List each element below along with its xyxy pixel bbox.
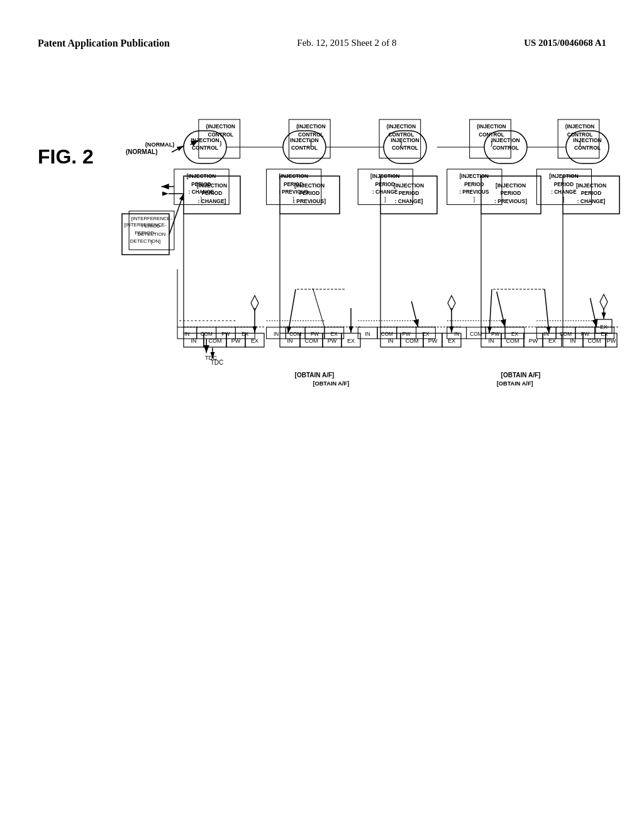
svg-text:[OBTAIN A/F]: [OBTAIN A/F] (501, 372, 541, 379)
svg-text:[INJECTION: [INJECTION (197, 182, 227, 189)
svg-line-112 (172, 146, 184, 152)
svg-text:: CHANGE]: : CHANGE] (198, 198, 226, 204)
publication-number: US 2015/0046068 A1 (524, 38, 606, 49)
svg-text:: PREVIOUS]: : PREVIOUS] (293, 198, 326, 204)
svg-text:[INTERFERENCE-: [INTERFERENCE- (124, 222, 166, 228)
svg-text:CONTROL: CONTROL (574, 145, 601, 151)
svg-text:COM: COM (406, 338, 419, 344)
svg-text:CONTROL: CONTROL (392, 145, 418, 151)
svg-text:DETECTION]: DETECTION] (130, 238, 160, 244)
svg-text:PERIOD-: PERIOD- (135, 230, 156, 236)
svg-text:[INJECTION: [INJECTION (394, 182, 424, 189)
svg-text:IN: IN (287, 338, 293, 344)
publication-date-sheet: Feb. 12, 2015 Sheet 2 of 8 (297, 38, 396, 49)
svg-text:[INJECTION: [INJECTION (294, 182, 325, 189)
svg-text:INJECTION: INJECTION (290, 137, 318, 143)
page-header: Patent Application Publication Feb. 12, … (0, 38, 644, 49)
svg-text:PERIOD: PERIOD (581, 190, 602, 196)
svg-text:PERIOD: PERIOD (399, 190, 419, 196)
svg-text:CONTROL: CONTROL (492, 145, 519, 151)
svg-text:IN: IN (489, 338, 494, 344)
svg-text:[INJECTION: [INJECTION (496, 182, 526, 189)
svg-line-125 (169, 194, 184, 235)
svg-text:PW: PW (529, 338, 538, 344)
svg-text:: CHANGE]: : CHANGE] (577, 198, 606, 204)
svg-text:EX: EX (448, 338, 455, 344)
svg-text:PW: PW (231, 338, 241, 344)
svg-text:[OBTAIN A/F]: [OBTAIN A/F] (295, 372, 335, 379)
svg-text:PERIOD: PERIOD (501, 190, 521, 196)
main-diagram: (NORMAL) INJECTION CONTROL [INJECTION PE… (119, 101, 629, 761)
svg-text:INJECTION: INJECTION (491, 137, 519, 143)
svg-text:COM: COM (305, 338, 318, 344)
svg-text:IN: IN (388, 338, 394, 344)
svg-text:INJECTION: INJECTION (391, 137, 419, 143)
publication-title: Patent Application Publication (38, 38, 170, 49)
svg-text:INJECTION: INJECTION (191, 137, 219, 143)
svg-text:PERIOD: PERIOD (202, 190, 223, 196)
svg-text:: PREVIOUS]: : PREVIOUS] (494, 198, 527, 204)
svg-text:PERIOD: PERIOD (299, 190, 320, 196)
figure-label: FIG. 2 (38, 138, 113, 174)
svg-text:EX: EX (347, 338, 355, 344)
svg-text:CONTROL: CONTROL (291, 145, 318, 151)
svg-text:IN: IN (570, 338, 576, 344)
svg-text:COM: COM (506, 338, 519, 344)
svg-text:PW: PW (428, 338, 438, 344)
svg-text:TDC: TDC (211, 359, 224, 366)
svg-text:PW: PW (607, 338, 616, 344)
svg-text:PW: PW (328, 338, 337, 344)
svg-text:EX: EX (251, 338, 258, 344)
svg-text:: CHANGE]: : CHANGE] (395, 198, 423, 204)
svg-marker-219 (600, 294, 608, 309)
svg-text:FIG. 2: FIG. 2 (38, 145, 94, 168)
svg-text:(NORMAL): (NORMAL) (126, 148, 158, 155)
svg-text:COM: COM (209, 338, 222, 344)
svg-text:EX: EX (548, 338, 556, 344)
svg-line-159 (288, 289, 296, 333)
svg-text:[INJECTION: [INJECTION (576, 182, 606, 189)
svg-text:INJECTION: INJECTION (573, 137, 601, 143)
svg-text:IN: IN (191, 338, 197, 344)
svg-text:CONTROL: CONTROL (192, 145, 218, 151)
svg-text:COM: COM (588, 338, 601, 344)
